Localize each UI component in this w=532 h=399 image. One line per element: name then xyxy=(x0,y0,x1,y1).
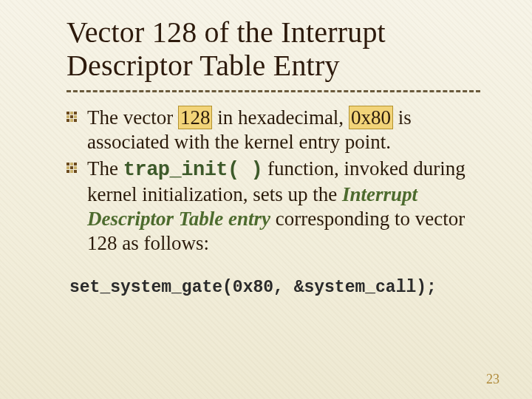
bullet-item: The trap_init( ) function, invoked durin… xyxy=(66,157,480,256)
bullet-list: The vector 128 in hexadecimal, 0x80 is a… xyxy=(66,106,480,256)
text-run: The xyxy=(87,157,123,180)
page-number: 23 xyxy=(486,372,499,387)
bullet-icon xyxy=(66,163,78,174)
bullet-icon xyxy=(66,112,78,123)
code-line: set_system_gate(0x80, &system_call); xyxy=(66,278,480,297)
text-run: The vector xyxy=(87,106,178,129)
title-divider xyxy=(66,90,480,92)
code-inline-trap-init: trap_init( ) xyxy=(123,159,262,181)
bullet-item: The vector 128 in hexadecimal, 0x80 is a… xyxy=(66,106,480,154)
slide-title: Vector 128 of the Interrupt Descriptor T… xyxy=(66,16,480,83)
highlight-0x80: 0x80 xyxy=(349,106,393,129)
slide-content: Vector 128 of the Interrupt Descriptor T… xyxy=(0,0,532,297)
text-run: in hexadecimal, xyxy=(212,106,348,129)
highlight-128: 128 xyxy=(178,106,213,129)
